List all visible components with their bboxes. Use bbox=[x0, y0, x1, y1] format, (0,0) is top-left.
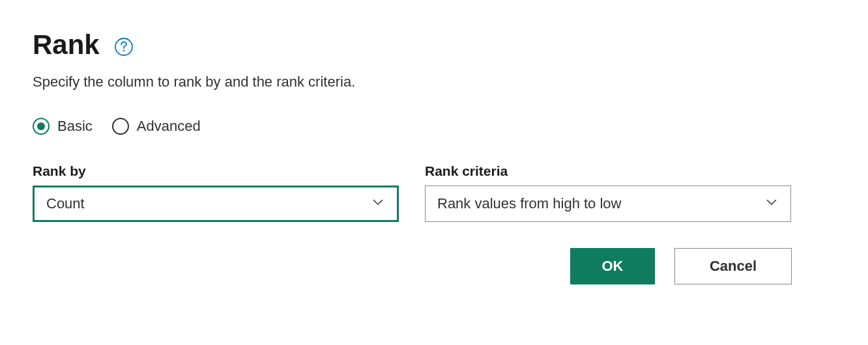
dialog-title: Rank bbox=[33, 29, 100, 61]
svg-point-1 bbox=[123, 50, 124, 52]
dialog-subtitle: Specify the column to rank by and the ra… bbox=[33, 74, 835, 90]
radio-indicator-icon bbox=[33, 118, 50, 135]
rank-criteria-label: Rank criteria bbox=[425, 163, 791, 179]
rank-by-field: Rank by Count bbox=[33, 163, 399, 222]
rank-by-label: Rank by bbox=[33, 163, 399, 179]
rank-criteria-value: Rank values from high to low bbox=[437, 195, 621, 212]
help-icon[interactable] bbox=[114, 37, 134, 57]
cancel-button[interactable]: Cancel bbox=[674, 248, 792, 284]
rank-criteria-dropdown[interactable]: Rank values from high to low bbox=[425, 186, 791, 222]
chevron-down-icon bbox=[371, 195, 385, 213]
radio-advanced[interactable]: Advanced bbox=[112, 118, 201, 135]
radio-label: Basic bbox=[57, 118, 93, 135]
rank-criteria-field: Rank criteria Rank values from high to l… bbox=[425, 163, 791, 222]
chevron-down-icon bbox=[764, 195, 779, 213]
rank-by-dropdown[interactable]: Count bbox=[33, 186, 399, 222]
radio-indicator-icon bbox=[112, 118, 129, 135]
radio-basic[interactable]: Basic bbox=[33, 118, 93, 135]
rank-by-value: Count bbox=[46, 195, 85, 212]
radio-label: Advanced bbox=[137, 118, 201, 135]
ok-button[interactable]: OK bbox=[570, 248, 655, 284]
mode-radio-group: Basic Advanced bbox=[33, 118, 835, 135]
